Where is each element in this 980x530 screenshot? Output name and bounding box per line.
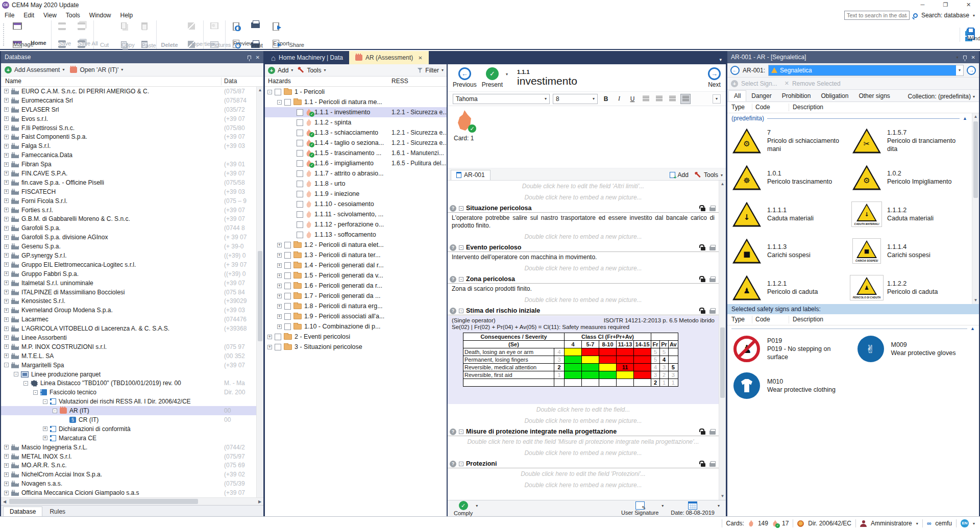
search-scope-label[interactable]: Search: database	[921, 12, 969, 19]
filter-dropdown-icon[interactable]: ▾	[442, 68, 444, 72]
expander-icon[interactable]	[4, 326, 9, 331]
expander-icon[interactable]	[4, 98, 9, 103]
expander-icon[interactable]	[4, 235, 9, 240]
expander-icon[interactable]	[277, 253, 282, 258]
lock-icon[interactable]	[701, 463, 705, 467]
toolbar-button[interactable]: Home	[28, 20, 50, 49]
expander-icon[interactable]	[277, 304, 282, 309]
lock-icon[interactable]	[701, 279, 705, 282]
hazard-row[interactable]: 1.4 - Pericoli generati dal r...	[265, 260, 447, 270]
tree-row[interactable]: Garofoli S.p.a. divisione AGInox (+ 39 0…	[1, 233, 263, 242]
close-panel-icon[interactable]: ✕	[256, 55, 260, 60]
align-center-button[interactable]	[654, 94, 664, 104]
hazard-row[interactable]: 1.1.13 - soffocamento	[265, 230, 447, 240]
tree-row[interactable]: Lacarmec (074476	[1, 315, 263, 324]
expander-icon[interactable]	[4, 171, 9, 175]
toolbar-button[interactable]: Manage	[7, 20, 28, 49]
add-hazard-button[interactable]: Add	[278, 67, 288, 74]
collapse-icon[interactable]: -	[459, 277, 463, 282]
lock-icon[interactable]	[701, 431, 705, 435]
open-ar-dropdown-icon[interactable]: ▾	[121, 67, 123, 72]
toolbar-overflow-icon[interactable]: ▾	[713, 94, 721, 104]
hazard-checkbox[interactable]	[297, 160, 303, 167]
expander-icon[interactable]	[277, 100, 282, 105]
hazard-checkbox[interactable]	[297, 232, 303, 238]
help-icon[interactable]: ?	[450, 276, 456, 283]
tree-row[interactable]: Gruppo EIL Elettromeccanica-Logitec s.r.…	[1, 260, 263, 269]
print-icon[interactable]	[709, 207, 716, 211]
sign-item[interactable]: ↓CADUTA MATERIALI 1.1.1.2 Caduta materia…	[850, 198, 970, 231]
expander-icon[interactable]	[277, 243, 282, 247]
toolbar-button[interactable]: Export	[266, 20, 286, 49]
expander-icon[interactable]	[4, 482, 9, 486]
tab-obligation[interactable]: Obligation	[816, 91, 853, 102]
hazard-checkbox[interactable]	[297, 150, 303, 157]
align-left-button[interactable]	[641, 94, 651, 104]
hazard-row[interactable]: 1.1.1 - investimento 1.2.1 - Sicurezza e…	[265, 107, 447, 117]
user-dropdown-icon[interactable]: ▾	[916, 521, 918, 526]
expander-icon[interactable]	[4, 271, 9, 276]
print-icon[interactable]	[709, 310, 716, 314]
tree-row[interactable]: Officina Meccanica Cicioni Giampaolo s.a…	[1, 488, 263, 497]
tree-row[interactable]: G.B.M. di Gabbarelli Moreno & C. S.n.c. …	[1, 214, 263, 223]
underline-button[interactable]: U	[627, 94, 638, 104]
tab-rules[interactable]: Rules	[43, 507, 71, 516]
tree-row[interactable]: Linea Distacco "TBD100" (TBD100/01/2019)…	[1, 379, 263, 388]
tab-danger[interactable]: Danger	[746, 91, 776, 102]
hazard-checkbox[interactable]	[275, 89, 281, 95]
print-icon[interactable]	[709, 246, 716, 250]
scrollbar-thumb[interactable]	[973, 121, 978, 198]
toolbar-button[interactable]: Cut	[93, 20, 114, 49]
menu-item[interactable]: File	[0, 12, 19, 19]
hazard-row[interactable]: 1.10 - Combinazione di p...	[265, 321, 447, 332]
tree-row[interactable]: L'AGRICOLA VITOBELLO di Lacerenza A. & C…	[1, 324, 263, 333]
expander-icon[interactable]	[53, 409, 57, 413]
menu-item[interactable]: View	[39, 12, 61, 19]
expander-icon[interactable]	[4, 491, 9, 495]
toolbar-button[interactable]: Properties	[181, 20, 202, 49]
picture-placeholder[interactable]: Double click here to embed a new picture…	[448, 479, 719, 491]
scrollbar-thumb[interactable]	[258, 251, 262, 341]
comply-button[interactable]: ✓ Comply	[454, 501, 473, 516]
expander-icon[interactable]	[4, 253, 9, 258]
select-sign-button[interactable]: Select Sign...	[741, 80, 777, 87]
collapse-icon[interactable]: ▲	[970, 326, 975, 331]
tab-prohibition[interactable]: Prohibition	[777, 91, 816, 102]
next-button[interactable]: → Next	[708, 67, 721, 88]
expander-icon[interactable]	[4, 162, 9, 167]
selected-sign-item[interactable]: ♟ P019 P019 - No stepping on surface	[730, 333, 854, 365]
expander-icon[interactable]	[4, 281, 9, 285]
close-panel-icon[interactable]: ✕	[971, 55, 975, 60]
database-horizontal-scrollbar[interactable]: ◀ ▶	[1, 497, 263, 505]
tree-row[interactable]: ITALPINZE di Massimiliano Bocciolesi (07…	[1, 288, 263, 297]
tree-row[interactable]: Forties s.r.l. (+39 07	[1, 206, 263, 215]
align-justify-button[interactable]	[680, 94, 691, 104]
sign-item[interactable]: ♟PERICOLO DI CADUTA 1.1.2.2 Pericolo di …	[850, 271, 970, 304]
hazard-row[interactable]: 2 - Eventi pericolosi	[265, 332, 447, 342]
expander-icon[interactable]	[277, 294, 282, 298]
expander-icon[interactable]	[4, 135, 9, 139]
sign-item[interactable]: ■ 1.1.1.3 Carichi sospesi	[730, 235, 850, 267]
expander-icon[interactable]	[4, 198, 9, 203]
hazard-checkbox[interactable]	[297, 181, 303, 187]
present-dropdown-icon[interactable]: ▾	[506, 72, 508, 77]
tab-database[interactable]: Database	[3, 507, 42, 516]
tree-row[interactable]: EURO C.A.M. S.n.c. DI PERRI AMERIGO & C.…	[1, 87, 263, 96]
protezioni-placeholder[interactable]: Double click here to edit the field 'Pro…	[448, 468, 719, 479]
hazard-row[interactable]: 1.1.2 - spinta	[265, 117, 447, 128]
menu-item[interactable]: Edit	[19, 12, 39, 19]
tree-row[interactable]: F.lli Pettirossi S.n.c. (075/80	[1, 123, 263, 133]
hazard-checkbox[interactable]	[275, 334, 281, 340]
expander-icon[interactable]	[267, 90, 272, 94]
expander-icon[interactable]	[277, 273, 282, 278]
tree-row[interactable]: MO.AR.R. S.n.c. (075 69	[1, 461, 263, 470]
hazard-row[interactable]: 1 - Pericoli	[265, 87, 447, 97]
hazard-checkbox[interactable]	[284, 242, 291, 248]
picture-placeholder[interactable]: Double click here to embed a new picture…	[448, 447, 719, 459]
scrollbar-thumb[interactable]	[9, 499, 198, 504]
edit-placeholder[interactable]: Double click here to edit the field...	[448, 404, 719, 415]
bold-button[interactable]: B	[601, 94, 611, 104]
expander-icon[interactable]	[4, 262, 9, 267]
remove-selected-button[interactable]: Remove Selected	[792, 80, 841, 87]
tree-row[interactable]: Kverneland Group Modena S.p.a. (+39 03	[1, 306, 263, 315]
